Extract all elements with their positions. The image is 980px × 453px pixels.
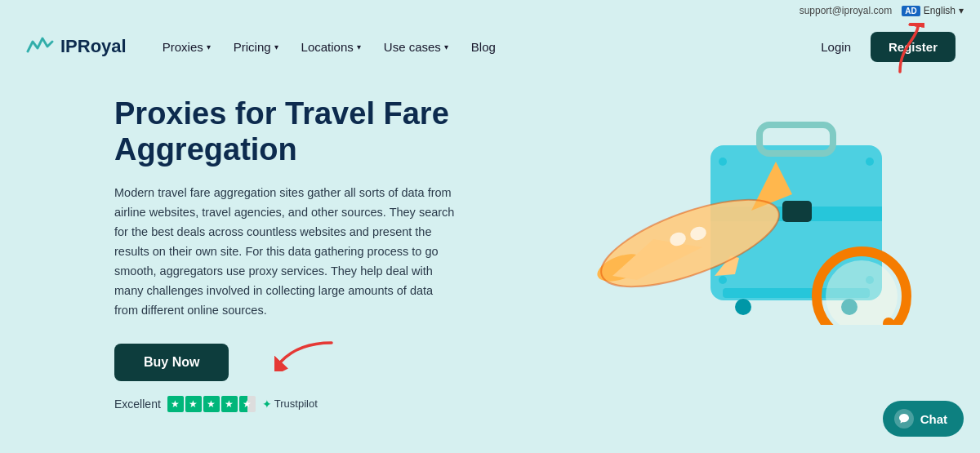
nav-pricing[interactable]: Pricing ▾ [224, 33, 288, 60]
chat-button[interactable]: Chat [883, 401, 964, 437]
pricing-chevron: ▾ [274, 42, 278, 51]
hero-section: Proxies for Travel Fare Aggregation Mode… [0, 72, 980, 412]
ad-badge: AD [902, 6, 920, 16]
nav-locations-label: Locations [301, 40, 354, 54]
svg-point-8 [719, 158, 727, 166]
svg-point-6 [735, 299, 751, 315]
tp-star-icon: ✦ [262, 397, 272, 411]
language-chevron: ▾ [959, 5, 964, 16]
language-selector[interactable]: AD English ▾ [902, 5, 964, 16]
nav-pricing-label: Pricing [234, 40, 271, 54]
hero-title: Proxies for Travel Fare Aggregation [114, 96, 539, 167]
trustpilot-stars: ★ ★ ★ ★ ★ [167, 396, 256, 412]
navbar: IPRoyal Proxies ▾ Pricing ▾ Locations ▾ … [0, 21, 980, 72]
topbar: support@iproyal.com AD English ▾ [0, 0, 980, 21]
buy-now-button[interactable]: Buy Now [114, 344, 229, 381]
trustpilot-excellent: Excellent [114, 397, 161, 411]
nav-locations[interactable]: Locations ▾ [292, 33, 371, 60]
trustpilot-brand: Trustpilot [274, 397, 318, 410]
nav-usecases-label: Use cases [384, 40, 441, 54]
nav-blog[interactable]: Blog [461, 33, 506, 60]
nav-proxies[interactable]: Proxies ▾ [153, 33, 220, 60]
proxies-chevron: ▾ [207, 42, 211, 51]
login-button[interactable]: Login [811, 33, 861, 60]
svg-point-10 [719, 276, 727, 284]
star-5-half: ★ [239, 396, 256, 412]
star-3: ★ [203, 396, 220, 412]
chat-label: Chat [920, 412, 947, 426]
usecases-chevron: ▾ [444, 42, 448, 51]
svg-point-9 [866, 158, 874, 166]
nav-usecases[interactable]: Use cases ▾ [374, 33, 458, 60]
hero-description: Modern travel fare aggregation sites gat… [114, 184, 457, 320]
star-1: ★ [167, 396, 184, 412]
trustpilot-row: Excellent ★ ★ ★ ★ ★ ✦ Trustpilot [114, 396, 539, 412]
locations-chevron: ▾ [357, 42, 361, 51]
travel-illustration [572, 80, 915, 325]
logo-text: IPRoyal [60, 36, 127, 57]
svg-rect-4 [782, 201, 812, 222]
trustpilot-logo: ✦ Trustpilot [262, 397, 318, 411]
star-2: ★ [185, 396, 202, 412]
nav-blog-label: Blog [471, 40, 496, 54]
star-4: ★ [221, 396, 238, 412]
hero-illustration [572, 80, 956, 341]
nav-links: Proxies ▾ Pricing ▾ Locations ▾ Use case… [153, 33, 786, 60]
language-label: English [924, 5, 956, 16]
buynow-arrow [274, 331, 340, 375]
support-email: support@iproyal.com [800, 5, 893, 16]
nav-proxies-label: Proxies [163, 40, 203, 54]
chat-icon [894, 409, 914, 429]
logo-icon [24, 35, 54, 58]
logo[interactable]: IPRoyal [24, 35, 127, 58]
